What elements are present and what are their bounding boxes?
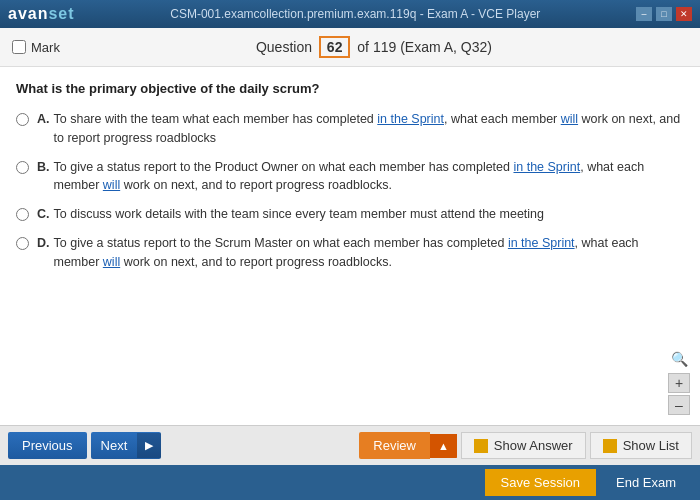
search-icon: 🔍	[671, 351, 688, 367]
radio-b[interactable]	[16, 161, 29, 174]
close-button[interactable]: ✕	[676, 7, 692, 21]
logo-part2: set	[48, 5, 74, 22]
option-d[interactable]: D. To give a status report to the Scrum …	[16, 234, 684, 272]
logo-part1: avan	[8, 5, 48, 22]
question-text: What is the primary objective of the dai…	[16, 81, 684, 96]
show-list-icon	[603, 439, 617, 453]
show-list-button[interactable]: Show List	[590, 432, 692, 459]
previous-button[interactable]: Previous	[8, 432, 87, 459]
radio-d[interactable]	[16, 237, 29, 250]
zoom-in-button[interactable]: +	[668, 373, 690, 393]
option-b-text: To give a status report to the Product O…	[54, 158, 685, 196]
maximize-button[interactable]: □	[656, 7, 672, 21]
mark-label[interactable]: Mark	[12, 40, 60, 55]
toolbar-row1: Previous Next ▶ Review ▲ Show Answer Sho…	[0, 426, 700, 465]
next-button[interactable]: Next	[91, 432, 138, 459]
show-answer-icon	[474, 439, 488, 453]
option-d-text: To give a status report to the Scrum Mas…	[54, 234, 685, 272]
review-arrow-button[interactable]: ▲	[430, 434, 457, 458]
show-list-label: Show List	[623, 438, 679, 453]
option-c-text: To discuss work details with the team si…	[54, 205, 685, 224]
question-number-box: 62	[319, 36, 351, 58]
review-button[interactable]: Review	[359, 432, 430, 459]
mark-checkbox[interactable]	[12, 40, 26, 54]
minimize-button[interactable]: –	[636, 7, 652, 21]
show-answer-label: Show Answer	[494, 438, 573, 453]
radio-c[interactable]	[16, 208, 29, 221]
question-header: Mark Question 62 of 119 (Exam A, Q32)	[0, 28, 700, 67]
window-controls[interactable]: – □ ✕	[636, 7, 692, 21]
main-content: Mark Question 62 of 119 (Exam A, Q32) Wh…	[0, 28, 700, 500]
option-a[interactable]: A. To share with the team what each memb…	[16, 110, 684, 148]
question-info: Question 62 of 119 (Exam A, Q32)	[60, 36, 688, 58]
end-exam-button[interactable]: End Exam	[600, 469, 692, 496]
toolbar-row2: Save Session End Exam	[0, 465, 700, 500]
option-d-letter: D.	[37, 234, 50, 253]
save-session-button[interactable]: Save Session	[485, 469, 597, 496]
window-title: CSM-001.examcollection.premium.exam.119q…	[75, 7, 636, 21]
option-c[interactable]: C. To discuss work details with the team…	[16, 205, 684, 224]
zoom-out-button[interactable]: –	[668, 395, 690, 415]
next-arrow-button[interactable]: ▶	[137, 433, 161, 458]
next-button-wrapper[interactable]: Next ▶	[91, 432, 162, 459]
radio-a[interactable]	[16, 113, 29, 126]
option-a-letter: A.	[37, 110, 50, 129]
question-body: What is the primary objective of the dai…	[0, 67, 700, 425]
title-bar: avanset CSM-001.examcollection.premium.e…	[0, 0, 700, 28]
review-button-wrapper[interactable]: Review ▲	[359, 432, 457, 459]
app-logo: avanset	[8, 5, 75, 23]
show-answer-button[interactable]: Show Answer	[461, 432, 586, 459]
zoom-controls: 🔍 + –	[668, 351, 690, 415]
bottom-toolbar: Previous Next ▶ Review ▲ Show Answer Sho…	[0, 425, 700, 500]
option-b[interactable]: B. To give a status report to the Produc…	[16, 158, 684, 196]
option-c-letter: C.	[37, 205, 50, 224]
option-b-letter: B.	[37, 158, 50, 177]
option-a-text: To share with the team what each member …	[54, 110, 685, 148]
